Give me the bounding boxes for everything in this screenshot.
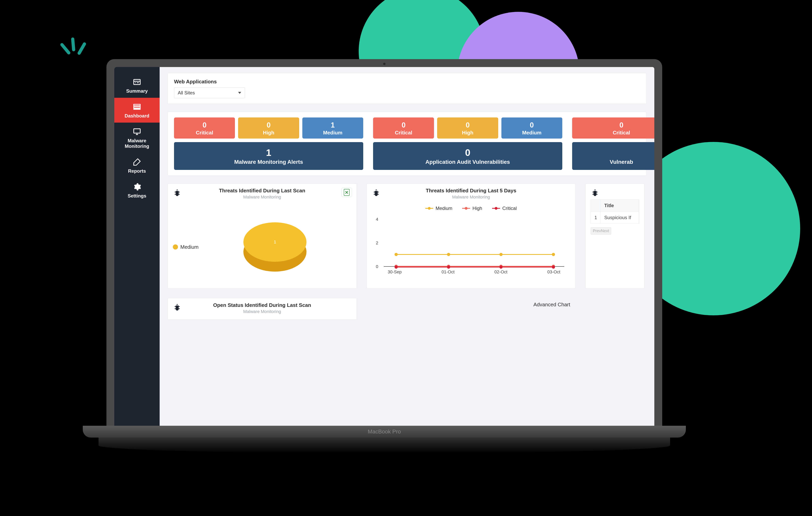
tile-critical[interactable]: 0 Critical (174, 117, 235, 139)
sidebar-item-settings[interactable]: Settings (114, 178, 160, 203)
card-threats-last-scan: Threats Identified During Last Scan Malw… (168, 183, 357, 289)
x-tick: 30-Sep (388, 269, 402, 275)
chart-subtitle: Malware Monitoring (173, 195, 351, 200)
advanced-chart-link[interactable]: Advanced Chart (533, 302, 570, 308)
web-applications-select[interactable]: All Sites (174, 87, 245, 98)
tile-value: 1 (304, 121, 361, 129)
sidebar-item-label: Reports (128, 168, 146, 174)
tile-label: Critical (176, 130, 233, 136)
summary-audit-vulns[interactable]: 0 Application Audit Vulnerabilities (373, 142, 562, 170)
filter-panel: Web Applications All Sites (168, 73, 646, 104)
tile-value: 0 (240, 121, 297, 129)
summary-value: 1 (176, 147, 361, 158)
pie-center-value: 1 (274, 239, 276, 245)
tile-label: Medium (304, 130, 361, 136)
tile-value: 0 (574, 121, 654, 129)
svg-rect-6 (134, 109, 140, 109)
stats-panel: 0 Critical 0 High 1 Medium (168, 112, 646, 176)
svg-rect-4 (134, 104, 140, 106)
tile-value: 0 (375, 121, 432, 129)
tile-label: Critical (375, 130, 432, 136)
dashboard-icon (133, 103, 141, 111)
chart-title: Open Status Identified During Last Scan (173, 302, 351, 308)
sidebar-item-label: Summary (126, 88, 148, 94)
summary-label: Application Audit Vulnerabilities (375, 159, 560, 165)
sidebar-item-label: Malware Monitoring (125, 138, 149, 149)
legend-swatch (173, 245, 178, 250)
tile-high[interactable]: 0 High (437, 117, 498, 139)
summary-value (575, 147, 654, 158)
pie-legend-medium[interactable]: Medium (173, 244, 199, 250)
svg-rect-0 (134, 80, 140, 85)
laptop-brand: MacBook Pro (368, 429, 401, 435)
sidebar-item-reports[interactable]: Reports (114, 153, 160, 178)
bug-icon (173, 303, 181, 312)
laptop-base: MacBook Pro (83, 426, 686, 437)
y-tick: 0 (376, 264, 378, 269)
monitor-icon (133, 127, 141, 136)
sidebar: Summary Dashboard Malware Monitoring (114, 67, 160, 426)
table-pager: PrevNext (591, 227, 639, 234)
stat-group-audit: 0 Critical 0 High 0 Medium (373, 117, 562, 170)
tile-critical[interactable]: 0 Critical (373, 117, 434, 139)
summary-icon (133, 78, 141, 86)
svg-rect-5 (134, 107, 140, 108)
x-tick: 03-Oct (547, 269, 560, 275)
sidebar-item-summary[interactable]: Summary (114, 73, 160, 98)
summary-label: Vulnerab (575, 159, 654, 165)
td-title: Suspicious If (601, 212, 639, 224)
tile-medium[interactable]: 1 Medium (302, 117, 363, 139)
summary-value: 0 (375, 147, 560, 158)
laptop-camera (383, 63, 385, 65)
table-row[interactable]: 1 Suspicious If (591, 212, 639, 224)
tile-label: Critical (574, 130, 654, 136)
legend-item-critical[interactable]: Critical (492, 206, 517, 211)
chart-title: Threats Identified During Last 5 Days (372, 188, 570, 194)
legend-item-high[interactable]: High (462, 206, 482, 211)
deco-sparkle (63, 44, 84, 58)
summary-malware-alerts[interactable]: 1 Malware Monitoring Alerts (174, 142, 363, 170)
chart-title: Threats Identified During Last Scan (173, 188, 351, 194)
line-chart: 4 2 0 (384, 219, 564, 267)
tile-value: 0 (503, 121, 561, 129)
sidebar-item-dashboard[interactable]: Dashboard (114, 98, 160, 123)
sidebar-item-label: Dashboard (124, 113, 149, 118)
x-tick: 02-Oct (494, 269, 508, 275)
export-excel-button[interactable] (342, 188, 352, 197)
sidebar-item-label: Settings (128, 193, 146, 199)
stat-group-malware: 0 Critical 0 High 1 Medium (174, 117, 363, 170)
y-tick: 2 (376, 240, 378, 246)
app-window: Summary Dashboard Malware Monitoring (114, 67, 654, 426)
laptop-shadow (98, 437, 670, 453)
summary-label: Malware Monitoring Alerts (176, 159, 361, 165)
tile-label: High (439, 130, 496, 136)
laptop-frame: Summary Dashboard Malware Monitoring (107, 59, 662, 453)
select-value: All Sites (178, 90, 195, 95)
tile-medium[interactable]: 0 Medium (501, 117, 562, 139)
card-threats-last-5-days: Threats Identified During Last 5 Days Ma… (367, 183, 576, 289)
filter-label: Web Applications (174, 79, 640, 85)
chart-subtitle: Malware Monitoring (372, 195, 570, 200)
y-tick: 4 (376, 217, 378, 222)
th-index (591, 200, 601, 211)
pager-prev-next[interactable]: PrevNext (591, 227, 611, 234)
table-header-row: Title (591, 199, 639, 212)
tile-critical[interactable]: 0 Critical (572, 117, 654, 139)
tile-label: High (240, 130, 297, 136)
edit-icon (133, 158, 141, 166)
tile-high[interactable]: 0 High (238, 117, 299, 139)
summary-partial[interactable]: Vulnerab (572, 142, 654, 170)
pie-chart: 1 (243, 222, 307, 271)
card-threats-table: Title 1 Suspicious If PrevNext (585, 183, 644, 289)
bug-icon (372, 189, 381, 197)
bug-icon (173, 189, 181, 197)
legend-label: Medium (180, 244, 199, 250)
main-content: Web Applications All Sites 0 Criti (160, 67, 654, 426)
x-tick: 01-Oct (441, 269, 455, 275)
chart-subtitle: Malware Monitoring (173, 309, 351, 314)
td-index: 1 (591, 212, 601, 224)
tile-label: Medium (503, 130, 561, 136)
sidebar-item-malware[interactable]: Malware Monitoring (114, 123, 160, 153)
tile-value: 0 (176, 121, 233, 129)
legend-item-medium[interactable]: Medium (425, 206, 452, 211)
